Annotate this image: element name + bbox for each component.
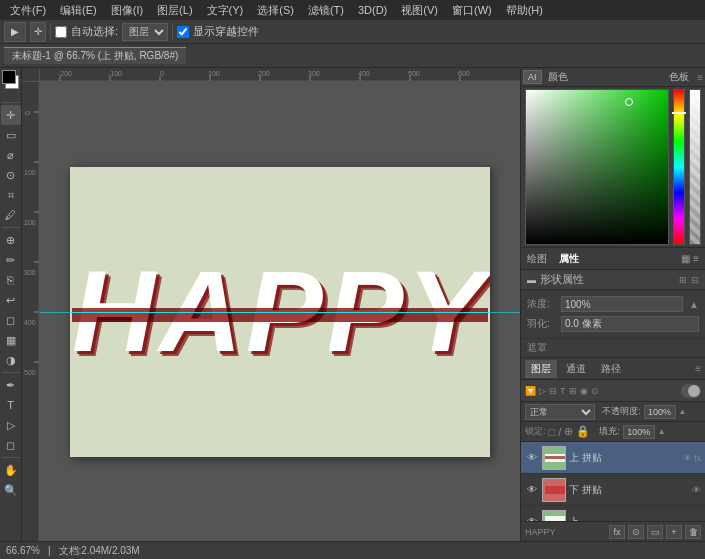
properties-tab[interactable]: 属性 [559,252,579,266]
hand-tool[interactable]: ✋ [1,460,21,480]
blend-mode-select[interactable]: 正常 [525,404,595,420]
menu-select[interactable]: 选择(S) [251,2,300,19]
svg-text:500: 500 [408,70,420,77]
menu-layer[interactable]: 图层(L) [151,2,198,19]
auto-select-dropdown[interactable]: 图层 [122,23,168,41]
lock-image[interactable]: / [558,426,561,438]
menu-image[interactable]: 图像(I) [105,2,149,19]
panel-grid-icon[interactable]: ▦ [681,253,690,264]
attr-icon[interactable]: ◉ [580,386,588,396]
canvas-scroll[interactable]: HAPPY [40,82,520,541]
type-icon[interactable]: ▷ [539,386,546,396]
attributes-tab[interactable]: 绘图 [527,252,547,266]
fg-color-swatch[interactable] [2,70,16,84]
history-brush-tool[interactable]: ↩ [1,290,21,310]
delete-layer-btn[interactable]: 🗑 [685,525,701,539]
transform-checkbox[interactable] [177,26,189,38]
fill-input[interactable]: 100% [623,425,655,439]
menu-window[interactable]: 窗口(W) [446,2,498,19]
add-mask-btn[interactable]: ⊙ [628,525,644,539]
heal-brush-tool[interactable]: ⊕ [1,230,21,250]
lock-transparent[interactable]: □ [549,426,556,438]
name-icon[interactable]: ⊟ [549,386,557,396]
shape-link-icon[interactable]: ⊞ [679,275,687,285]
ai-badge[interactable]: AI [523,70,542,84]
path-select-tool[interactable]: ▷ [1,415,21,435]
layer-item-2[interactable]: 👁 上 [521,506,705,521]
alpha-slider[interactable] [689,89,701,245]
zoom-tool[interactable]: 🔍 [1,480,21,500]
layers-footer: HAPPY fx ⊙ ▭ + 🗑 [521,521,705,541]
menu-file[interactable]: 文件(F) [4,2,52,19]
text-tool[interactable]: T [1,395,21,415]
color-icon[interactable]: ⊙ [591,386,599,396]
menu-filter[interactable]: 滤镜(T) [302,2,350,19]
layers-panel-menu[interactable]: ≡ [695,363,701,374]
auto-select-label: 自动选择: [71,24,118,39]
canvas-column: -200 -100 0 100 200 300 [22,68,520,541]
transform-label: 显示穿越控件 [193,24,259,39]
eraser-tool[interactable]: ◻ [1,310,21,330]
dodge-tool[interactable]: ◑ [1,350,21,370]
auto-select-checkbox[interactable] [55,26,67,38]
opacity-row: 浓度: 100% ▲ [527,294,699,314]
layer-eye-1[interactable]: 👁 [525,483,539,497]
new-layer-btn[interactable]: + [666,525,682,539]
svg-text:400: 400 [358,70,370,77]
doc-size: 文档:2.04M/2.03M [59,544,140,558]
menu-edit[interactable]: 编辑(E) [54,2,103,19]
crop-tool[interactable]: ⌗ [1,185,21,205]
hue-slider[interactable] [673,89,685,245]
mode-icon[interactable]: ⊞ [569,386,577,396]
opacity-value[interactable]: 100% [561,296,683,312]
clone-stamp-tool[interactable]: ⎘ [1,270,21,290]
quick-select-tool[interactable]: ⊙ [1,165,21,185]
ruler-v-bar: 0 100 200 300 400 500 [22,82,40,541]
layer-thumb-1 [542,478,566,502]
canvas-tab[interactable]: 未标题-1 @ 66.7% (上 拼贴, RGB/8#) [4,47,186,64]
move-tool[interactable]: ✛ [1,105,21,125]
color-gradient-field[interactable] [525,89,669,245]
attributes-header: 绘图 属性 ▦ ≡ [521,248,705,270]
svg-text:100: 100 [24,169,36,176]
shape-more-icon[interactable]: ⊟ [691,275,699,285]
brush-tool[interactable]: ✏ [1,250,21,270]
svg-text:100: 100 [208,70,220,77]
layer-eye-0[interactable]: 👁 [525,451,539,465]
new-group-btn[interactable]: ▭ [647,525,663,539]
middle-section: ✛ ▭ ⌀ ⊙ ⌗ 🖊 ⊕ ✏ ⎘ ↩ ◻ ▦ ◑ ✒ T ▷ ◻ ✋ 🔍 [0,68,705,541]
marquee-tool[interactable]: ▭ [1,125,21,145]
eyedropper-tool[interactable]: 🖊 [1,205,21,225]
gradient-tool[interactable]: ▦ [1,330,21,350]
shape-section-header[interactable]: ▬ 形状属性 ⊞ ⊟ [521,270,705,290]
layer-item-0[interactable]: 👁 上 拼贴 👁 fx [521,442,705,474]
ruler-h-bar: -200 -100 0 100 200 300 [40,68,520,82]
svg-text:300: 300 [24,269,36,276]
app-window: 文件(F) 编辑(E) 图像(I) 图层(L) 文字(Y) 选择(S) 滤镜(T… [0,0,705,559]
layers-tab-channels[interactable]: 通道 [560,360,592,378]
fill-value[interactable]: 0.0 像素 [561,316,699,332]
layer-item-1[interactable]: 👁 下 拼贴 👁 [521,474,705,506]
arrow-btn[interactable]: ▶ [4,22,26,42]
right-panel-menu[interactable]: ≡ [697,72,703,83]
add-style-btn[interactable]: fx [609,525,625,539]
menu-3d[interactable]: 3D(D) [352,3,393,17]
menu-help[interactable]: 帮助(H) [500,2,549,19]
lasso-tool[interactable]: ⌀ [1,145,21,165]
opacity-input[interactable]: 100% [644,405,676,419]
effect-icon[interactable]: T [560,386,566,396]
menu-text[interactable]: 文字(Y) [201,2,250,19]
layers-tab-paths[interactable]: 路径 [595,360,627,378]
pen-tool[interactable]: ✒ [1,375,21,395]
opacity-slider-icon[interactable]: ▲ [689,299,699,310]
lock-all[interactable]: 🔒 [576,425,590,438]
move-btn[interactable]: ✛ [30,22,46,42]
lock-position[interactable]: ⊕ [564,425,573,438]
menu-view[interactable]: 视图(V) [395,2,444,19]
ruler-corner [22,68,40,82]
shape-tool[interactable]: ◻ [1,435,21,455]
layer-filter-toggle[interactable] [681,384,701,398]
fill-label: 羽化: [527,317,557,331]
layers-tab-layers[interactable]: 图层 [525,360,557,378]
panel-menu-icon[interactable]: ≡ [693,253,699,264]
